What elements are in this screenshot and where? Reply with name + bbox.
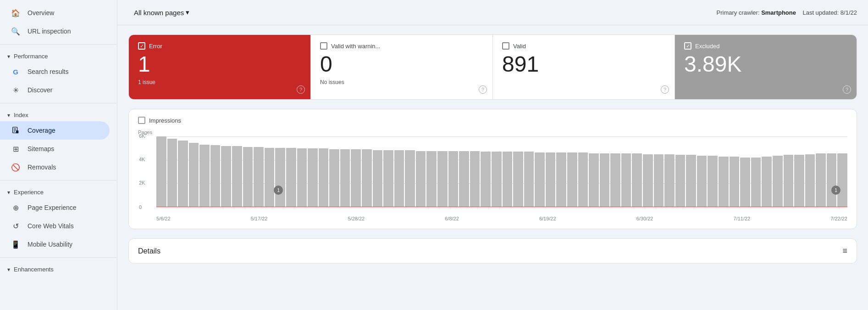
sidebar-item-label: Core Web Vitals (28, 222, 74, 230)
bar-22 (394, 150, 404, 207)
google-icon: G (11, 67, 20, 76)
last-updated-label: Last updated: (802, 9, 839, 16)
excluded-help-icon[interactable]: ? (843, 85, 851, 94)
bar-48 (675, 155, 686, 207)
page-content: Error 1 1 issue ? Valid with warnin... 0… (117, 25, 868, 310)
status-card-error[interactable]: Error 1 1 issue ? (129, 35, 311, 99)
bar-62 (827, 153, 837, 207)
bar-17 (340, 149, 350, 207)
divider-1 (0, 44, 117, 45)
warning-checkbox[interactable] (320, 42, 327, 50)
x-label-2: 5/17/22 (251, 216, 268, 221)
divider-4 (0, 257, 117, 258)
sidebar-item-label: Removals (28, 163, 56, 171)
sidebar-item-page-experience[interactable]: ⊕ Page Experience (0, 198, 110, 217)
bar-43 (621, 153, 631, 207)
bar-33 (513, 152, 523, 207)
card-header-excluded: Excluded (684, 42, 847, 50)
sidebar-item-mobile-usability[interactable]: 📱 Mobile Usability (0, 235, 110, 254)
baseline-line (156, 207, 847, 207)
bar-31 (492, 152, 502, 207)
bar-57 (773, 156, 783, 207)
bar-21 (383, 150, 393, 207)
sidebar-item-label: Discover (28, 86, 52, 94)
bar-37 (556, 152, 566, 207)
bar-60 (805, 154, 815, 208)
bar-28 (459, 151, 469, 208)
card-header-error: Error (138, 42, 301, 50)
sidebar-item-core-web-vitals[interactable]: ↺ Core Web Vitals (0, 217, 110, 235)
annotation-2: 1 (831, 186, 840, 195)
home-icon: 🏠 (11, 8, 20, 17)
valid-help-icon[interactable]: ? (661, 85, 669, 94)
bar-61 (816, 153, 826, 207)
main-content: All known pages ▾ Primary crawler: Smart… (117, 0, 868, 310)
impressions-checkbox[interactable] (138, 117, 145, 124)
bar-42 (610, 153, 620, 207)
valid-count: 891 (502, 53, 665, 75)
bar-24 (416, 151, 426, 208)
svg-rect-4 (16, 130, 18, 133)
all-known-pages-dropdown[interactable]: All known pages ▾ (128, 6, 195, 19)
sidebar-item-discover[interactable]: ✳ Discover (0, 81, 110, 99)
bar-4 (199, 145, 210, 207)
bar-51 (708, 156, 718, 207)
sidebar-item-url-inspection[interactable]: 🔍 URL inspection (0, 22, 110, 40)
sidebar-item-sitemaps[interactable]: ⊞ Sitemaps (0, 140, 110, 158)
error-label: Error (149, 43, 162, 50)
bar-6 (221, 146, 231, 207)
core-web-vitals-icon: ↺ (11, 221, 20, 231)
bar-36 (546, 152, 556, 207)
bar-34 (524, 152, 534, 207)
sidebar-item-coverage[interactable]: Coverage (0, 121, 110, 140)
gridline-label-2k: 2K (139, 180, 145, 186)
bar-52 (719, 157, 729, 207)
excluded-checkbox[interactable] (684, 42, 691, 50)
warning-label: Valid with warnin... (331, 43, 380, 50)
details-section: Details ≡ (128, 238, 857, 264)
bar-32 (503, 152, 513, 207)
bar-1 (167, 139, 177, 207)
search-icon: 🔍 (11, 27, 20, 36)
gridline-label-0: 0 (139, 204, 142, 210)
topbar: All known pages ▾ Primary crawler: Smart… (117, 0, 868, 25)
excluded-count: 3.89K (684, 53, 847, 75)
details-header: Details ≡ (138, 246, 847, 256)
gridline-label-6k: 6K (139, 133, 145, 139)
bar-27 (448, 151, 459, 208)
error-checkbox[interactable] (138, 42, 145, 50)
sidebar-item-label: Overview (28, 9, 54, 17)
bar-19 (362, 149, 372, 207)
filter-icon[interactable]: ≡ (842, 246, 847, 256)
bar-56 (762, 157, 772, 207)
index-section-header[interactable]: ▾ Index (0, 107, 117, 121)
sidebar-item-removals[interactable]: 🚫 Removals (0, 158, 110, 176)
warning-help-icon[interactable]: ? (479, 85, 487, 94)
enhancements-section-header[interactable]: ▾ Enhancements (0, 261, 117, 276)
sidebar-item-overview[interactable]: 🏠 Overview (0, 4, 110, 22)
status-card-excluded[interactable]: Excluded 3.89K ? (675, 35, 857, 99)
bar-39 (578, 152, 588, 207)
sitemaps-icon: ⊞ (11, 144, 20, 153)
sidebar-item-label: Mobile Usability (28, 241, 72, 248)
bar-44 (632, 153, 642, 207)
chevron-down-icon: ▾ (7, 53, 10, 60)
sidebar-item-label: Sitemaps (28, 145, 54, 152)
dropdown-chevron-icon: ▾ (186, 8, 189, 17)
removals-icon: 🚫 (11, 163, 20, 172)
bar-50 (697, 156, 707, 207)
performance-section-header[interactable]: ▾ Performance (0, 48, 117, 62)
valid-checkbox[interactable] (502, 42, 509, 50)
status-card-warning[interactable]: Valid with warnin... 0 No issues ? (311, 35, 493, 99)
crawler-name: Smartphone (761, 9, 796, 16)
chevron-down-icon-3: ▾ (7, 189, 10, 196)
status-card-valid[interactable]: Valid 891 ? (493, 35, 675, 99)
chart-section: Impressions Pages 6K 4K 2K (128, 109, 857, 229)
sidebar-item-search-results[interactable]: G Search results (0, 62, 110, 81)
bars-chart (156, 136, 847, 208)
error-help-icon[interactable]: ? (297, 85, 305, 94)
warning-count: 0 (320, 53, 483, 75)
chevron-down-icon-4: ▾ (7, 266, 10, 273)
experience-section-header[interactable]: ▾ Experience (0, 184, 117, 198)
mobile-usability-icon: 📱 (11, 240, 20, 249)
